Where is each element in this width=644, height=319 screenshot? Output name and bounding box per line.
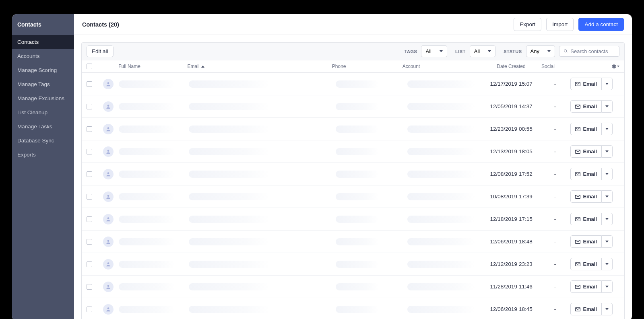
email-button[interactable]: Email (570, 235, 602, 248)
table-row[interactable]: 12/06/2019 18:48 - Email (82, 231, 624, 253)
redacted-email (189, 261, 270, 268)
email-button-dropdown[interactable] (602, 280, 613, 293)
table-header: Full Name Email Phone Account Date Creat… (82, 60, 624, 73)
table-row[interactable]: 12/12/2019 23:23 - Email (82, 253, 624, 276)
list-filter-value: All (474, 48, 480, 54)
email-button-dropdown[interactable] (602, 303, 613, 315)
col-account[interactable]: Account (402, 64, 477, 69)
email-button-dropdown[interactable] (602, 78, 613, 90)
person-icon (105, 239, 111, 245)
person-icon (105, 194, 111, 200)
email-button[interactable]: Email (570, 168, 602, 180)
search-input-wrapper[interactable] (559, 46, 619, 57)
redacted-email (189, 283, 270, 290)
col-email[interactable]: Email (188, 64, 332, 69)
panel: Edit all TAGS All LIST All STATUS Any (81, 42, 625, 319)
chevron-down-icon (605, 173, 609, 175)
page-title: Contacts (20) (82, 21, 509, 28)
email-button-dropdown[interactable] (602, 190, 613, 203)
edit-all-button[interactable]: Edit all (87, 45, 114, 57)
sidebar: Contacts ContactsAccountsManage ScoringM… (12, 14, 74, 319)
table-row[interactable]: 12/13/2019 18:05 - Email (82, 140, 624, 163)
sidebar-item-manage-tasks[interactable]: Manage Tasks (12, 119, 74, 134)
col-social[interactable]: Social (533, 64, 564, 69)
table-row[interactable]: 12/05/2019 14:37 - Email (82, 95, 624, 118)
email-button[interactable]: Email (570, 190, 602, 203)
import-button[interactable]: Import (546, 18, 574, 31)
row-checkbox[interactable] (87, 149, 92, 154)
email-button-dropdown[interactable] (602, 123, 613, 135)
sidebar-item-exports[interactable]: Exports (12, 148, 74, 162)
col-full-name[interactable]: Full Name (118, 64, 187, 69)
table-row[interactable]: 12/17/2019 15:07 - Email (82, 73, 624, 95)
list-filter-select[interactable]: All (470, 45, 495, 57)
redacted-account (407, 103, 475, 110)
chevron-down-icon (605, 241, 609, 243)
sidebar-item-list-cleanup[interactable]: List Cleanup (12, 105, 74, 119)
tags-filter-select[interactable]: All (421, 45, 447, 57)
table-row[interactable]: 10/08/2019 17:39 - Email (82, 185, 624, 208)
status-filter-select[interactable]: Any (526, 45, 555, 57)
col-phone[interactable]: Phone (332, 64, 402, 69)
redacted-account (407, 171, 475, 178)
email-button-label: Email (583, 284, 597, 290)
redacted-name (119, 216, 175, 223)
search-input[interactable] (570, 48, 615, 54)
redacted-email (189, 238, 270, 245)
row-checkbox[interactable] (87, 307, 92, 312)
table-row[interactable]: 12/23/2019 00:55 - Email (82, 118, 624, 140)
envelope-icon (575, 82, 580, 86)
email-button-dropdown[interactable] (602, 258, 613, 270)
row-checkbox[interactable] (87, 239, 92, 245)
row-checkbox[interactable] (87, 261, 92, 267)
sidebar-item-manage-tags[interactable]: Manage Tags (12, 77, 74, 91)
redacted-name (119, 148, 175, 155)
email-button-dropdown[interactable] (602, 235, 613, 248)
redacted-phone (336, 193, 379, 200)
select-all-checkbox[interactable] (87, 64, 92, 69)
person-icon (105, 149, 111, 154)
email-button[interactable]: Email (570, 258, 602, 270)
email-button[interactable]: Email (570, 123, 602, 135)
table-row[interactable]: 11/28/2019 11:46 - Email (82, 276, 624, 298)
email-button[interactable]: Email (570, 145, 602, 158)
email-button-dropdown[interactable] (602, 145, 613, 158)
sidebar-item-manage-exclusions[interactable]: Manage Exclusions (12, 91, 74, 105)
row-checkbox[interactable] (87, 104, 92, 109)
col-date-created[interactable]: Date Created (477, 64, 533, 69)
email-button[interactable]: Email (570, 100, 602, 113)
email-button-dropdown[interactable] (602, 168, 613, 180)
sidebar-item-contacts[interactable]: Contacts (12, 35, 74, 49)
redacted-account (407, 283, 475, 290)
row-checkbox[interactable] (87, 284, 92, 290)
sidebar-item-accounts[interactable]: Accounts (12, 49, 74, 63)
sidebar-item-database-sync[interactable]: Database Sync (12, 134, 74, 148)
sidebar-item-manage-scoring[interactable]: Manage Scoring (12, 63, 74, 77)
row-checkbox[interactable] (87, 216, 92, 222)
row-checkbox[interactable] (87, 171, 92, 177)
email-button[interactable]: Email (570, 280, 602, 293)
redacted-name (119, 80, 175, 88)
cell-date-created: 12/13/2019 18:05 (483, 148, 539, 154)
email-button[interactable]: Email (570, 213, 602, 225)
table-row[interactable]: 12/08/2019 17:52 - Email (82, 163, 624, 185)
email-button[interactable]: Email (570, 303, 602, 315)
cell-date-created: 11/28/2019 11:46 (483, 284, 539, 290)
table-row[interactable]: 12/18/2019 17:15 - Email (82, 208, 624, 231)
row-checkbox[interactable] (87, 126, 92, 132)
email-button-dropdown[interactable] (602, 100, 613, 113)
export-button[interactable]: Export (514, 18, 541, 31)
table-row[interactable]: 12/06/2019 18:45 - Email (82, 298, 624, 319)
email-button-label: Email (583, 261, 597, 267)
email-button[interactable]: Email (570, 78, 602, 90)
add-contact-button[interactable]: Add a contact (578, 18, 624, 31)
person-icon (105, 216, 111, 222)
svg-point-20 (107, 285, 109, 287)
email-button-dropdown[interactable] (602, 213, 613, 225)
column-settings-button[interactable] (611, 64, 619, 69)
row-checkbox[interactable] (87, 81, 92, 87)
chevron-down-icon (605, 128, 609, 130)
avatar (103, 214, 114, 224)
row-checkbox[interactable] (87, 194, 92, 200)
svg-point-0 (564, 49, 567, 52)
